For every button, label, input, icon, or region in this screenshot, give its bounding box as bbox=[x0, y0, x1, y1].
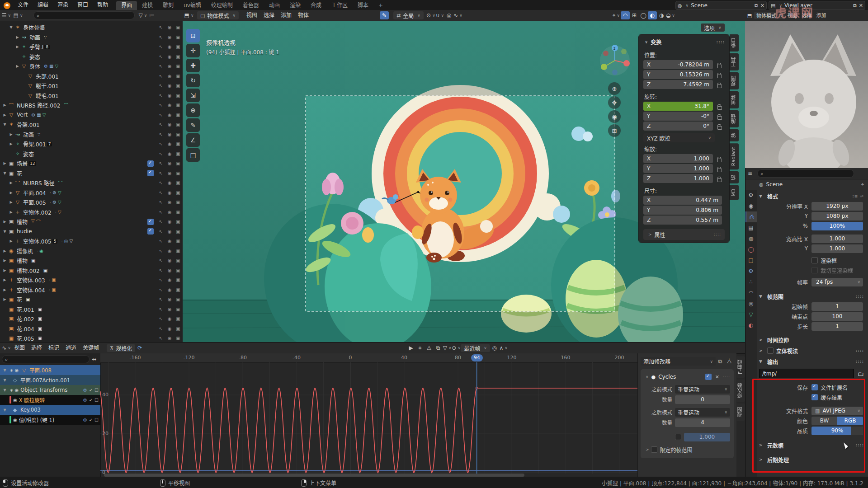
outliner-row[interactable]: ▶ ↝ 动画 ∵ ↖ ◉ ▣ bbox=[0, 33, 183, 42]
playhead-sync-icon[interactable]: ▶ bbox=[406, 344, 415, 352]
expand-arrow-icon[interactable]: ▼ bbox=[2, 230, 8, 234]
copy-modifiers-icon[interactable]: ⧉ bbox=[716, 357, 725, 366]
new-viewlayer-icon[interactable]: ⧉ bbox=[853, 3, 857, 9]
disable-render-icon[interactable]: ▣ bbox=[175, 113, 181, 117]
workspace-tab[interactable]: 动画 bbox=[264, 1, 285, 10]
expand-arrow-icon[interactable]: ▶ bbox=[2, 297, 8, 301]
frame-start-field[interactable]: 1 bbox=[811, 302, 863, 311]
hide-viewport-icon[interactable]: ◉ bbox=[167, 287, 172, 292]
expand-arrow-icon[interactable]: ▼ bbox=[2, 378, 8, 382]
outliner-row[interactable]: ▶ ⌒ NURBS 路径 ⌒ ↖ ◉ ▣ bbox=[0, 178, 183, 188]
eye-icon[interactable]: ◉ bbox=[13, 418, 17, 422]
tool-button[interactable]: ✎ bbox=[186, 118, 200, 132]
selectable-toggle-icon[interactable]: ↖ bbox=[158, 141, 164, 146]
disable-render-icon[interactable]: ▣ bbox=[175, 93, 181, 98]
outliner-row[interactable]: ▶ + 空物体.005 5 ·◎▽ ↖ ◉ ▣ bbox=[0, 236, 183, 246]
outliner-row[interactable]: ▽ 躯干.001 ↖ ◉ ▣ bbox=[0, 81, 183, 91]
hide-viewport-icon[interactable]: ◉ bbox=[167, 64, 172, 69]
disable-render-icon[interactable]: ▣ bbox=[175, 297, 181, 302]
selectable-toggle-icon[interactable]: ↖ bbox=[158, 180, 164, 185]
hide-viewport-icon[interactable]: ◉ bbox=[167, 103, 172, 108]
driver-icon[interactable]: ∵ bbox=[38, 132, 40, 137]
hide-viewport-icon[interactable]: ◉ bbox=[167, 93, 172, 98]
channel-row[interactable]: ▼ ∗◉ Object Transforms ⚙✓☐ bbox=[0, 385, 100, 395]
disable-render-icon[interactable]: ▣ bbox=[175, 210, 181, 215]
location-field[interactable]: Y0.15326 m bbox=[643, 70, 713, 79]
wrench-icon[interactable]: ⚙ bbox=[83, 418, 87, 422]
collection-checkbox[interactable] bbox=[147, 160, 154, 167]
disable-render-icon[interactable]: ▣ bbox=[175, 219, 181, 224]
editor-type-icon[interactable]: ≡ bbox=[745, 169, 755, 178]
editor-type-icon[interactable]: ⬒ bbox=[745, 11, 754, 19]
viewport-menu[interactable]: 添加 bbox=[278, 10, 295, 21]
folder-icon[interactable]: 🗀 bbox=[858, 370, 864, 377]
frame-step-field[interactable]: 1 bbox=[811, 322, 863, 331]
restrict-range-checkbox[interactable] bbox=[651, 446, 657, 453]
channel-row[interactable]: ◉ 值(明度) (键 1) ⚙✓☐ bbox=[0, 415, 100, 425]
outliner-options-icon[interactable]: ≔ bbox=[147, 11, 156, 19]
graph-menu[interactable]: 选择 bbox=[28, 343, 45, 353]
current-frame-badge[interactable]: 94 bbox=[471, 354, 483, 361]
outliner-row[interactable]: ▶ ⌒ NURBS 路径.002 ⌒ ↖ ◉ ▣ bbox=[0, 100, 183, 110]
pin-icon[interactable]: ∗ bbox=[9, 368, 13, 373]
boxwhite-icon[interactable]: ▣ bbox=[31, 258, 35, 263]
outliner-row[interactable]: ▶ ↝ 动画 ∵ ↖ ◉ ▣ bbox=[0, 130, 183, 140]
anim-icon[interactable]: · bbox=[50, 190, 51, 195]
aspect-x-field[interactable]: 1.000 bbox=[811, 235, 863, 243]
shading-rendered-icon[interactable]: ◒∨ bbox=[666, 11, 675, 19]
disable-render-icon[interactable]: ▣ bbox=[175, 326, 181, 331]
xray-toggle-icon[interactable]: ⊞ bbox=[630, 11, 639, 19]
properties-tab[interactable]: ▽ bbox=[745, 309, 756, 320]
expand-arrow-icon[interactable]: ▶ bbox=[2, 258, 8, 263]
influence-field[interactable]: 1.000 bbox=[684, 433, 730, 441]
hide-viewport-icon[interactable]: ◉ bbox=[167, 151, 172, 156]
constraint-icon[interactable]: ◎ bbox=[64, 239, 68, 244]
properties-tab[interactable]: ⎙ bbox=[745, 211, 757, 222]
disable-render-icon[interactable]: ▣ bbox=[175, 122, 181, 127]
channel-row[interactable]: ▼ ∗◉ ▽ 平面.008 bbox=[0, 365, 100, 375]
hide-viewport-icon[interactable]: ◉ bbox=[167, 25, 172, 30]
render-region-checkbox[interactable] bbox=[811, 257, 818, 263]
npanel-tab[interactable]: 视图 bbox=[730, 72, 739, 89]
post-processing-panel-header[interactable]: > 后期处理 bbox=[759, 454, 868, 465]
tool-button[interactable]: ✚ bbox=[186, 59, 200, 72]
hide-viewport-icon[interactable]: ◉ bbox=[167, 54, 172, 59]
meshdata-icon[interactable]: ▽ bbox=[55, 64, 58, 69]
selectable-toggle-icon[interactable]: ↖ bbox=[158, 239, 164, 244]
editor-type-icon[interactable]: ☰∨ bbox=[2, 11, 11, 19]
hide-viewport-icon[interactable]: ◉ bbox=[167, 44, 172, 49]
channel-row[interactable]: ◉ X 欧拉旋转 ⚙✓☐ bbox=[0, 395, 100, 405]
hide-viewport-icon[interactable]: ◉ bbox=[167, 171, 172, 176]
workspace-tab[interactable]: uv编辑 bbox=[179, 1, 206, 10]
expand-arrow-icon[interactable]: ▶ bbox=[14, 35, 20, 39]
disable-render-icon[interactable]: ▣ bbox=[175, 171, 181, 176]
rotation-field[interactable]: Z0° bbox=[643, 122, 713, 131]
disable-render-icon[interactable]: ▣ bbox=[175, 287, 181, 292]
stereoscopy-panel-header[interactable]: > 立体视法:::: bbox=[759, 345, 868, 356]
hide-viewport-icon[interactable]: ◉ bbox=[167, 316, 172, 321]
npanel-tab[interactable]: Radiant bbox=[730, 143, 739, 169]
selectable-toggle-icon[interactable]: ↖ bbox=[158, 93, 164, 98]
tool-button[interactable]: ↻ bbox=[186, 74, 200, 87]
expand-arrow-icon[interactable]: ▶ bbox=[2, 113, 8, 117]
nearest-frame-dropdown[interactable]: 最近帧∨ bbox=[461, 344, 490, 352]
hide-viewport-icon[interactable]: ◉ bbox=[167, 180, 172, 185]
anim-icon[interactable]: · bbox=[50, 200, 51, 205]
graph-menu[interactable]: 标记 bbox=[45, 343, 62, 353]
hide-viewport-icon[interactable]: ◉ bbox=[167, 258, 172, 263]
boxorange-icon[interactable]: ▣ bbox=[52, 277, 56, 282]
selectable-toggle-icon[interactable]: ↖ bbox=[158, 249, 164, 253]
channel-row[interactable]: ▼ ◆ Key.003 bbox=[0, 405, 100, 415]
disable-render-icon[interactable]: ▣ bbox=[175, 83, 181, 88]
meshdata-icon[interactable]: ▽ bbox=[42, 113, 46, 117]
wrench-icon[interactable]: ⚙ bbox=[52, 190, 57, 195]
axis-x[interactable] bbox=[623, 60, 630, 66]
time-stretch-panel-header[interactable]: > 时间拉伸 bbox=[759, 334, 868, 345]
falloff-icon[interactable]: ∧∨ bbox=[499, 344, 508, 352]
disable-render-icon[interactable]: ▣ bbox=[175, 307, 181, 312]
hide-viewport-icon[interactable]: ◉ bbox=[167, 190, 172, 195]
selectable-toggle-icon[interactable]: ↖ bbox=[158, 122, 164, 127]
resolution-y-field[interactable]: 1080 px bbox=[811, 212, 863, 221]
hide-viewport-icon[interactable]: ◉ bbox=[167, 35, 172, 40]
scale-field[interactable]: Z1.000 bbox=[643, 174, 713, 183]
